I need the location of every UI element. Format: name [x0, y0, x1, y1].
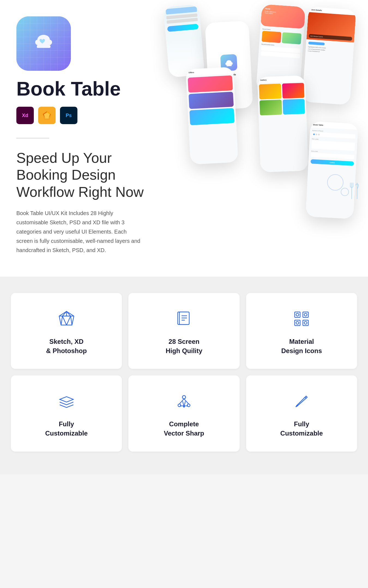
svg-rect-25	[303, 312, 308, 317]
phone-booking-form: Book Table Number of Person Pick a date …	[306, 121, 358, 219]
feature-icon-vector	[174, 392, 194, 412]
feature-icon-screens	[174, 309, 194, 329]
feature-card-screens: 28 ScreenHigh Quility	[128, 293, 239, 369]
feature-title-screens: 28 ScreenHigh Quility	[166, 337, 203, 355]
badge-xd: Xd	[16, 107, 34, 124]
phone-item-details: Item Details Chili Chinese Cuisine Ingre…	[302, 7, 356, 105]
svg-point-29	[304, 313, 307, 316]
svg-point-34	[187, 404, 190, 407]
app-icon	[16, 16, 71, 71]
feature-title-customizable-2: FullyCustomizable	[280, 419, 323, 438]
hero-left-content: Book Table Xd Ps	[16, 16, 153, 255]
svg-point-38	[183, 406, 185, 408]
svg-rect-27	[303, 320, 308, 326]
login-screen	[163, 4, 205, 78]
feature-card-customizable-1: FullyCustomizable	[11, 375, 122, 451]
svg-point-30	[296, 321, 299, 324]
features-section: Sketch, XD& Photoshop 28 ScreenHigh Quil…	[0, 277, 368, 474]
svg-point-32	[182, 396, 186, 399]
divider	[16, 138, 49, 139]
phone-gallery: Gallery	[257, 75, 308, 172]
svg-point-31	[304, 321, 307, 324]
tagline: Speed Up YourBooking DesignWorkflow Righ…	[16, 149, 153, 200]
phone-login	[163, 4, 205, 78]
feature-icon-pencil	[292, 392, 311, 412]
hero-section: Book Table Xd Ps	[0, 0, 368, 277]
description: Book Table UI/UX Kit Includes 28 Highly …	[16, 209, 144, 255]
badge-ps: Ps	[60, 107, 77, 124]
svg-rect-24	[295, 312, 300, 317]
chef-hat-icon	[29, 28, 59, 59]
svg-line-17	[62, 316, 67, 325]
feature-title-customizable-1: FullyCustomizable	[45, 419, 88, 438]
feature-card-material: MaterialDesign Icons	[246, 293, 357, 369]
feature-card-sketch: Sketch, XD& Photoshop	[11, 293, 122, 369]
features-row-2: FullyCustomizable CompleteVector Sha	[11, 375, 357, 451]
tool-badges: Xd Ps	[16, 107, 153, 124]
svg-rect-26	[295, 320, 300, 326]
phone-offers: Offers	[186, 67, 238, 165]
svg-line-18	[67, 316, 71, 325]
badge-sketch	[38, 107, 56, 124]
svg-point-28	[296, 313, 299, 316]
deco-circle-1	[327, 174, 343, 191]
feature-card-vector: CompleteVector Sharp	[128, 375, 239, 451]
feature-title-sketch: Sketch, XD& Photoshop	[46, 337, 87, 355]
svg-point-33	[178, 404, 181, 407]
feature-title-material: MaterialDesign Icons	[281, 337, 322, 355]
app-title: Book Table	[16, 79, 153, 99]
svg-rect-0	[37, 45, 50, 48]
feature-card-customizable-2: FullyCustomizable	[246, 375, 357, 451]
feature-icon-material	[292, 309, 311, 329]
svg-line-15	[71, 316, 72, 325]
svg-line-39	[304, 398, 304, 398]
hero-phones: Book Table Home Order deliciousfood onli…	[144, 0, 368, 245]
features-row-1: Sketch, XD& Photoshop 28 ScreenHigh Quil…	[11, 293, 357, 369]
svg-line-14	[61, 316, 62, 325]
deco-utensils	[349, 181, 363, 201]
feature-icon-diamond	[57, 309, 76, 329]
feature-icon-layers	[57, 392, 76, 412]
feature-title-vector: CompleteVector Sharp	[164, 419, 204, 438]
deco-circle-2	[341, 188, 349, 196]
